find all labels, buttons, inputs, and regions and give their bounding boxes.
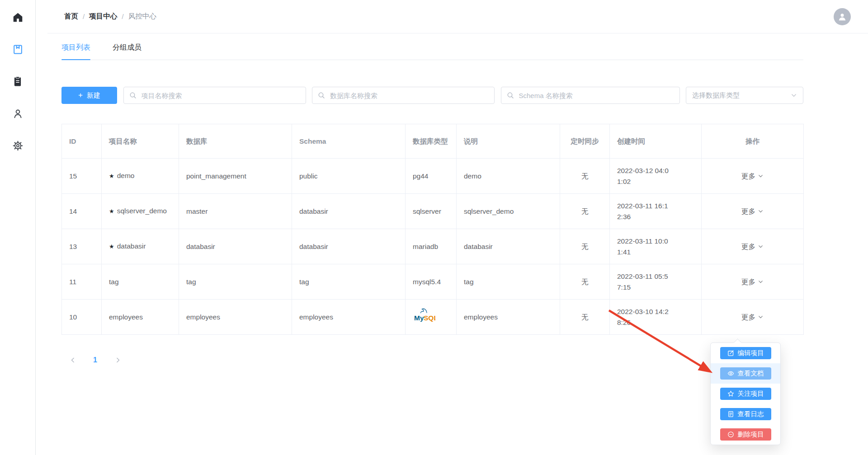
breadcrumb-separator: / [83, 13, 85, 21]
mysql-logo-icon: My SQL [413, 307, 435, 324]
menu-item-delete[interactable]: 删除项目 [720, 428, 771, 441]
svg-text:My: My [414, 314, 424, 322]
menu-item-row: 删除项目 [711, 424, 780, 445]
star-icon [727, 390, 734, 397]
cell-description: sqlserver_demo [457, 194, 560, 229]
cell-description: demo [457, 159, 560, 194]
tab-group-members[interactable]: 分组成员 [113, 43, 142, 60]
sidebar [0, 0, 36, 455]
project-table: ID项目名称数据库Schema数据库类型说明定时同步创建时间操作 15 ★dem… [61, 124, 804, 335]
sidebar-item-docs[interactable] [11, 43, 24, 56]
cell-dbtype: pg44 [406, 159, 457, 194]
new-project-button[interactable]: + 新建 [61, 87, 117, 104]
table-row: 14 ★sqlserver_demo master databasir sqls… [62, 194, 804, 229]
cell-description: tag [457, 264, 560, 300]
database-type-select-value: 选择数据库类型 [692, 91, 740, 100]
sidebar-item-settings[interactable] [11, 139, 24, 152]
gear-icon [12, 140, 24, 151]
more-dropdown[interactable]: 更多 [741, 171, 764, 182]
table-row: 11 tag tag tag mysql5.4 tag 无 2022-03-11… [62, 264, 804, 300]
breadcrumb: 首页 / 项目中心 / 风控中心 [47, 12, 156, 21]
table-row: 15 ★demo point_management public pg44 de… [62, 159, 804, 194]
database-type-select[interactable]: 选择数据库类型 [686, 87, 803, 104]
cell-project-name: ★sqlserver_demo [102, 194, 179, 229]
schema-name-search [501, 87, 680, 104]
cell-sync: 无 [560, 194, 610, 229]
more-dropdown[interactable]: 更多 [741, 206, 764, 217]
cell-schema: tag [292, 264, 406, 300]
cell-database: point_management [179, 159, 292, 194]
database-name-search [312, 87, 495, 104]
tab-bar: 项目列表 分组成员 [61, 43, 803, 60]
log-icon [727, 411, 734, 417]
database-name-search-input[interactable] [329, 91, 489, 100]
menu-item-star[interactable]: 关注项目 [720, 388, 771, 400]
search-icon [318, 92, 325, 99]
column-header: ID [62, 124, 102, 159]
star-icon[interactable]: ★ [109, 208, 114, 215]
menu-item-row: 编辑项目 [711, 343, 780, 363]
cell-created-time: 2022-03-12 04:01:02 [610, 159, 702, 194]
table-row: 10 employees employees employees My SQL … [62, 300, 804, 335]
edit-icon [727, 350, 734, 356]
cell-id: 14 [62, 194, 102, 229]
cell-sync: 无 [560, 264, 610, 300]
column-header: Schema [292, 124, 406, 159]
cell-action: 更多 [702, 159, 804, 194]
star-icon[interactable]: ★ [109, 243, 114, 250]
chevron-left-icon [70, 357, 76, 363]
menu-item-eye[interactable]: 查看文档 [720, 367, 771, 380]
menu-item-row: 查看文档 [711, 363, 780, 384]
cell-description: employees [457, 300, 560, 335]
sidebar-item-tasks[interactable] [11, 75, 24, 88]
plus-icon: + [78, 91, 83, 100]
cell-dbtype: mariadb [406, 229, 457, 264]
prev-page-button[interactable] [68, 356, 77, 364]
next-page-button[interactable] [113, 356, 122, 364]
star-icon[interactable]: ★ [109, 173, 114, 179]
more-dropdown[interactable]: 更多 [741, 241, 764, 252]
chevron-down-icon [758, 208, 764, 214]
column-header: 数据库类型 [406, 124, 457, 159]
eye-icon [727, 370, 734, 377]
breadcrumb-separator: / [122, 13, 123, 21]
project-table-wrap: ID项目名称数据库Schema数据库类型说明定时同步创建时间操作 15 ★dem… [61, 124, 803, 335]
mysql-dolphin [421, 309, 427, 313]
menu-item-edit[interactable]: 编辑项目 [720, 347, 771, 359]
more-dropdown[interactable]: 更多 [741, 277, 764, 287]
pagination: 1 [61, 356, 803, 364]
user-avatar[interactable] [834, 8, 851, 25]
page-header: 首页 / 项目中心 / 风控中心 [47, 0, 868, 33]
cell-action: 更多 [702, 264, 804, 300]
cell-id: 10 [62, 300, 102, 335]
cell-schema: databasir [292, 229, 406, 264]
cell-schema: public [292, 159, 406, 194]
sidebar-item-home[interactable] [11, 11, 24, 23]
schema-name-search-input[interactable] [518, 91, 674, 100]
breadcrumb-project-center[interactable]: 项目中心 [89, 12, 117, 21]
chevron-right-icon [115, 357, 121, 363]
cell-id: 13 [62, 229, 102, 264]
sidebar-item-members[interactable] [11, 107, 24, 120]
row-actions-menu: 编辑项目 查看文档 关注项目 查看日志 删除项目 [710, 342, 781, 445]
page-number[interactable]: 1 [91, 356, 99, 364]
toolbar: + 新建 选择数据库类型 [61, 87, 803, 104]
user-avatar-icon [837, 11, 848, 22]
project-name-search-input[interactable] [141, 91, 300, 100]
more-dropdown[interactable]: 更多 [741, 312, 764, 323]
menu-item-log[interactable]: 查看日志 [720, 408, 771, 420]
new-button-label: 新建 [87, 91, 100, 100]
column-header: 创建时间 [610, 124, 702, 159]
breadcrumb-home[interactable]: 首页 [64, 12, 78, 21]
column-header: 操作 [702, 124, 804, 159]
cell-project-name: ★demo [102, 159, 179, 194]
search-icon [129, 92, 137, 99]
cell-created-time: 2022-03-11 16:12:36 [610, 194, 702, 229]
cell-project-name: ★databasir [102, 229, 179, 264]
cell-project-name: employees [102, 300, 179, 335]
main-area: 首页 / 项目中心 / 风控中心 项目列表 分组成员 + 新建 [36, 0, 868, 364]
cell-schema: employees [292, 300, 406, 335]
tab-project-list[interactable]: 项目列表 [61, 43, 90, 60]
cell-schema: databasir [292, 194, 406, 229]
cell-description: databasir [457, 229, 560, 264]
